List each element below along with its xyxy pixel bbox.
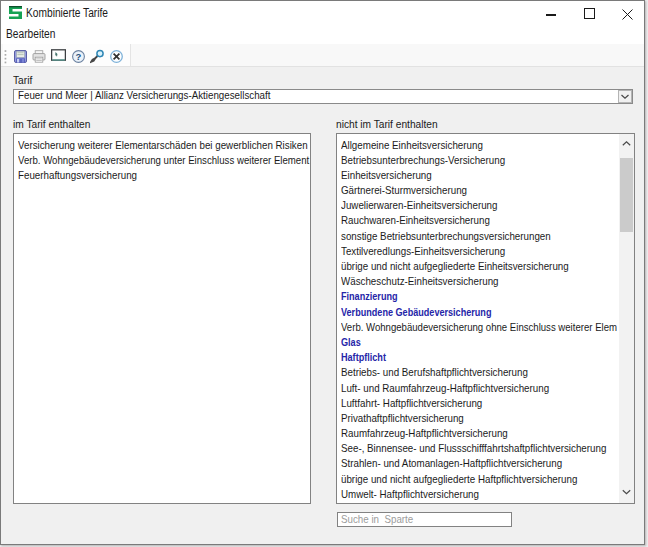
- svg-text:?: ?: [76, 51, 82, 62]
